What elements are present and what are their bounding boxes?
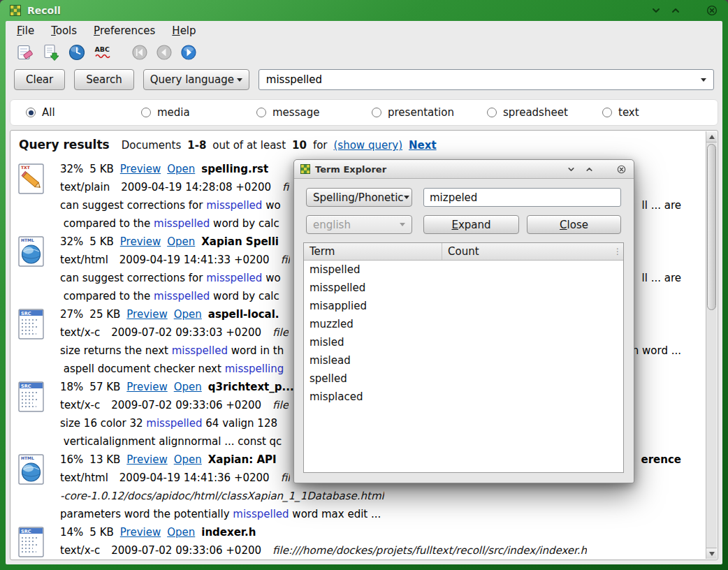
term-row[interactable]: spelled [304,370,623,388]
filter-presentation[interactable]: presentation [372,106,487,119]
text-file-icon[interactable]: TXT [16,162,50,196]
chevron-down-icon [237,78,242,82]
open-link[interactable]: Open [167,160,195,178]
abstract-fragment: ll ... are [642,196,685,214]
abstract-text: size returns the next [60,342,172,360]
menu-file[interactable]: File [17,24,34,37]
result-title-fragment: erence [641,451,686,469]
scroll-up-button[interactable] [706,131,717,142]
titlebar[interactable]: Recoll [0,0,728,21]
filter-text[interactable]: text [602,106,718,119]
clear-search-icon[interactable] [15,43,35,62]
term-table-header[interactable]: Term Count [304,243,623,261]
maximize-button[interactable] [669,4,682,17]
highlighted-term: misspelled [146,414,202,432]
svg-text:SRC: SRC [21,383,31,389]
preview-link[interactable]: Preview [120,233,161,251]
open-link[interactable]: Open [174,305,202,323]
dialog-maximize-button[interactable] [583,163,595,175]
menu-tools[interactable]: Tools [51,24,77,37]
dialog-minimize-button[interactable] [565,163,577,175]
count-value [442,333,623,351]
dialog-close-button[interactable] [615,163,627,175]
result-title-line: 14%5 KBPreviewOpenindexer.h [60,523,685,541]
svg-text:SRC: SRC [21,529,31,534]
term-column-header[interactable]: Term [304,243,442,260]
scroll-thumb[interactable] [707,144,716,310]
previous-page-icon[interactable] [154,43,174,62]
next-page-icon[interactable] [179,43,198,62]
html-file-icon[interactable]: HTML [16,235,50,268]
count-column-header[interactable]: Count [442,245,613,258]
first-page-icon[interactable] [130,43,150,62]
result-mime: text/plain [60,178,110,196]
menu-help[interactable]: Help [172,24,196,37]
language-select[interactable]: english [306,215,412,234]
term-explorer-icon[interactable]: ABC [93,43,112,62]
query-language-label: Query language [150,73,234,86]
minimize-button[interactable] [650,4,662,17]
open-link[interactable]: Open [174,378,202,396]
search-input[interactable]: misspelled [259,69,714,90]
term-search-input[interactable] [423,188,621,207]
source-file-icon[interactable]: SRC [16,525,50,559]
term-explorer-dialog: Term Explorer Spelling/Phonetic english … [293,159,634,483]
preview-link[interactable]: Preview [126,378,167,396]
open-link[interactable]: Open [167,233,195,251]
history-icon[interactable] [67,43,87,62]
menu-preferences[interactable]: Preferences [94,24,155,37]
result-url: file [272,396,289,414]
result-mime: text/x-c [60,323,100,342]
filter-all[interactable]: All [26,106,141,119]
source-file-icon[interactable]: SRC [16,380,50,414]
result-title: indexer.h [201,523,256,541]
html-file-icon[interactable]: HTML [16,453,50,486]
svg-text:SRC: SRC [21,311,31,316]
results-scrollbar[interactable] [706,131,717,559]
term-row[interactable]: misplaced [304,388,623,406]
close-dialog-button[interactable]: Close [527,215,621,234]
window-title: Recoll [27,5,61,16]
dialog-titlebar[interactable]: Term Explorer [294,160,634,179]
term-value: muzzled [304,315,442,333]
filter-media[interactable]: media [141,106,256,119]
result-url-line: -core-1.0.12/docs/apidoc/html/classXapia… [60,487,685,505]
result-url: fil [281,251,291,269]
result-url: file:///home/dockes/projets/fulltext/rec… [272,541,587,560]
filter-spreadsheet[interactable]: spreadsheet [487,106,602,119]
result-relevance: 18% [60,378,83,396]
column-handle-icon[interactable] [613,247,623,256]
term-match-type-select[interactable]: Spelling/Phonetic [306,188,412,207]
clear-button[interactable]: Clear [14,69,65,90]
open-link[interactable]: Open [167,523,195,541]
save-query-icon[interactable] [41,43,61,62]
result-date: 2009-07-02 09:33:03 +0200 [111,323,261,342]
preview-link[interactable]: Preview [120,160,161,178]
filter-message[interactable]: message [256,106,372,119]
abstract-text: 64 valign 128 [203,414,277,432]
abstract-text: parameters word the potentially [60,505,233,523]
query-language-select[interactable]: Query language [143,69,249,90]
term-row[interactable]: misapplied [304,297,623,315]
term-row[interactable]: misspelled [304,279,623,297]
close-button[interactable] [706,4,718,17]
preview-link[interactable]: Preview [126,305,167,323]
open-link[interactable]: Open [174,451,202,469]
count-value [442,388,623,406]
result-date: 2009-07-02 09:33:06 +0200 [111,396,261,414]
preview-link[interactable]: Preview [126,451,167,469]
term-value: misspelled [304,279,442,297]
preview-link[interactable]: Preview [120,523,161,541]
scroll-down-button[interactable] [706,548,717,559]
search-button[interactable]: Search [74,69,134,90]
term-row[interactable]: mislead [304,351,623,370]
result-text: 14%5 KBPreviewOpenindexer.htext/x-c2009-… [60,523,685,560]
expand-button[interactable]: Expand [423,215,519,234]
result-title: Xapian Spelli [201,233,279,251]
term-row[interactable]: misled [304,333,623,351]
source-file-icon[interactable]: SRC [16,307,50,341]
result-mime: text/x-c [60,541,100,560]
term-row[interactable]: muzzled [304,315,623,333]
term-row[interactable]: mispelled [304,261,623,279]
abstract-text: compared to the [60,214,154,233]
